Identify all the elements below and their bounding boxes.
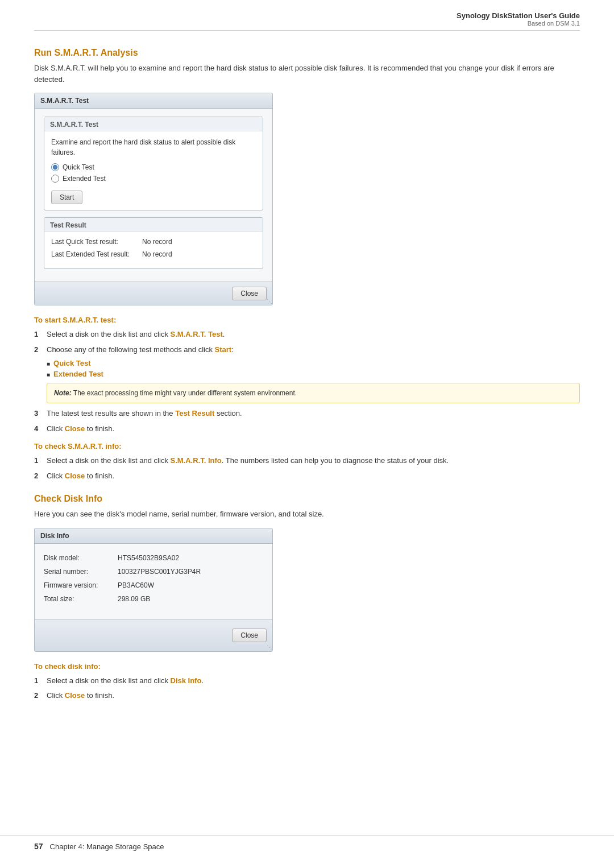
smart-dialog-titlebar: S.M.A.R.T. Test [35,93,272,109]
page-number: 57 [34,842,43,851]
smart-close-button[interactable]: Close [232,287,267,300]
disk-step2-text: Click Close to finish. [47,690,580,701]
smart-inner-group-body: Examine and report the hard disk status … [44,131,263,210]
info-step2-before: Click [47,472,65,480]
step2-num: 2 [34,344,47,356]
disk-firmware-label: Firmware version: [44,581,118,589]
step3-text: The latest test results are shown in the… [47,408,580,419]
test-result-body: Last Quick Test result: No record Last E… [44,232,263,268]
footer-chapter: Chapter 4: Manage Storage Space [50,842,164,851]
note-label: Note: [54,389,72,397]
info-step2-after: to finish. [85,472,114,480]
step3-link: Test Result [175,409,214,418]
smart-step-4: 4 Click Close to finish. [34,423,580,435]
step1-text-after: . [223,330,225,338]
note-text: The exact processing time might vary und… [73,389,297,397]
test-result-title: Test Result [44,218,263,232]
disk-step2-num: 2 [34,690,47,701]
disk-info-heading: To check disk info: [34,662,580,671]
disk-dialog: Disk Info Disk model: HTS545032B9SA02 Se… [34,528,273,652]
smart-step-3: 3 The latest test results are shown in t… [34,408,580,419]
step4-link: Close [65,424,85,433]
disk-size-value: 298.09 GB [118,595,150,603]
quick-result-value: No record [142,238,172,246]
disk-step1-text: Select a disk on the disk list and click… [47,675,580,687]
smart-inner-group: S.M.A.R.T. Test Examine and report the h… [44,117,263,210]
step3-num: 3 [34,408,47,419]
page-header: Synology DiskStation User's Guide Based … [34,11,580,31]
disk-step1-link: Disk Info [171,676,202,685]
step3-text-before: The latest test results are shown in the [47,409,175,418]
disk-info-instructions: To check disk info: 1 Select a disk on t… [34,662,580,701]
step1-num: 1 [34,329,47,340]
smart-start-instructions: To start S.M.A.R.T. test: 1 Select a dis… [34,316,580,434]
disk-close-button[interactable]: Close [232,629,267,642]
disk-serial-row: Serial number: 100327PBSC001YJG3P4R [44,568,263,576]
quick-result-row: Last Quick Test result: No record [51,238,256,246]
bullet-extended-text: Extended Test [53,370,103,378]
disk-dialog-footer: Close ⋱ [35,619,272,651]
start-button[interactable]: Start [51,191,82,204]
disk-firmware-value: PB3AC60W [118,581,154,589]
step1-link: S.M.A.R.T. Test [171,330,223,338]
disk-dialog-titlebar: Disk Info [35,528,272,544]
smart-section: Run S.M.A.R.T. Analysis Disk S.M.A.R.T. … [34,48,580,481]
disk-info-step-2: 2 Click Close to finish. [34,690,580,701]
disk-step1-num: 1 [34,675,47,687]
step4-num: 4 [34,423,47,435]
step2-text: Choose any of the following test methods… [47,344,580,356]
extended-result-label: Last Extended Test result: [51,250,142,258]
info-step1-text: Select a disk on the disk list and click… [47,455,580,466]
disk-step1-before: Select a disk on the disk list and click [47,676,171,685]
test-result-group: Test Result Last Quick Test result: No r… [44,217,263,269]
info-step2-num: 2 [34,470,47,482]
disk-model-value: HTS545032B9SA02 [118,554,179,562]
smart-info-instructions: To check S.M.A.R.T. info: 1 Select a dis… [34,442,580,481]
step2-link: Start [215,345,232,354]
smart-dialog: S.M.A.R.T. Test S.M.A.R.T. Test Examine … [34,93,273,305]
disk-size-label: Total size: [44,595,118,603]
extended-test-radio[interactable] [51,175,59,183]
header-title: Synology DiskStation User's Guide [34,11,580,20]
disk-step2-link: Close [65,691,85,700]
bullet-extended: ■ Extended Test [47,370,580,378]
info-step2-text: Click Close to finish. [47,470,580,482]
bullet-marker-extended: ■ [47,371,50,378]
step4-text-before: Click [47,424,65,433]
smart-step-2: 2 Choose any of the following test metho… [34,344,580,356]
quick-test-radio-row[interactable]: Quick Test [51,163,256,171]
smart-step-1: 1 Select a disk on the disk list and cli… [34,329,580,340]
smart-section-desc: Disk S.M.A.R.T. will help you to examine… [34,63,580,85]
bullet-quick: ■ Quick Test [47,359,580,367]
smart-dialog-footer: Close ⋱ [35,282,272,305]
info-step1-link: S.M.A.R.T. Info [171,456,222,465]
info-step2-link: Close [65,472,85,480]
disk-section-desc: Here you can see the disk's model name, … [34,509,580,520]
step4-text: Click Close to finish. [47,423,580,435]
disk-section-title: Check Disk Info [34,494,580,504]
info-step1-before: Select a disk on the disk list and click [47,456,171,465]
smart-info-step-1: 1 Select a disk on the disk list and cli… [34,455,580,466]
disk-info-step-1: 1 Select a disk on the disk list and cli… [34,675,580,687]
smart-start-heading: To start S.M.A.R.T. test: [34,316,580,324]
note-box: Note: The exact processing time might va… [47,383,580,403]
page-footer: 57 Chapter 4: Manage Storage Space [0,836,614,857]
resize-handle: ⋱ [265,298,272,305]
info-step1-after: . The numbers listed can help you to dia… [222,456,449,465]
disk-resize-handle: ⋱ [265,644,272,651]
quick-test-label: Quick Test [63,163,94,171]
test-method-bullets: ■ Quick Test ■ Extended Test [47,359,580,378]
smart-info-step-2: 2 Click Close to finish. [34,470,580,482]
extended-test-label: Extended Test [63,175,106,183]
smart-dialog-body: S.M.A.R.T. Test Examine and report the h… [35,109,272,282]
disk-model-label: Disk model: [44,554,118,562]
bullet-marker-quick: ■ [47,361,50,367]
disk-step1-after: . [201,676,204,685]
disk-serial-value: 100327PBSC001YJG3P4R [118,568,201,576]
disk-size-row: Total size: 298.09 GB [44,595,263,603]
disk-dialog-body: Disk model: HTS545032B9SA02 Serial numbe… [35,544,272,619]
extended-test-radio-row[interactable]: Extended Test [51,175,256,183]
quick-test-radio[interactable] [51,163,59,171]
smart-inner-group-title: S.M.A.R.T. Test [44,117,263,131]
disk-model-row: Disk model: HTS545032B9SA02 [44,554,263,562]
